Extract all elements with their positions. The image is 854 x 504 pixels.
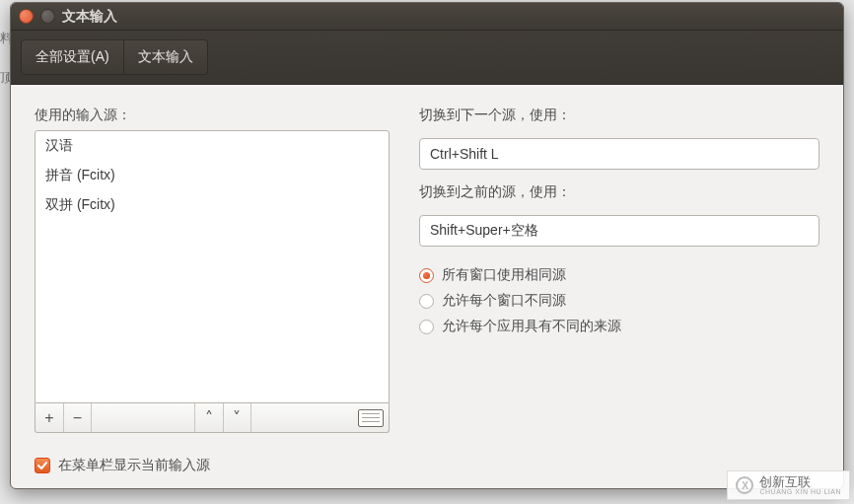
list-item[interactable]: 双拼 (Fcitx) — [36, 190, 389, 220]
window-scope-radios: 所有窗口使用相同源 允许每个窗口不同源 允许每个应用具有不同的来源 — [419, 266, 819, 335]
watermark-brand: 创新互联 — [759, 475, 841, 488]
radio-per-app[interactable]: 允许每个应用具有不同的来源 — [419, 318, 819, 335]
window-title: 文本输入 — [62, 8, 117, 26]
radio-per-window[interactable]: 允许每个窗口不同源 — [419, 292, 819, 310]
radio-icon — [419, 294, 434, 309]
header-toolbar: 全部设置(A) 文本输入 — [11, 31, 843, 85]
right-column: 切换到下一个源，使用： Ctrl+Shift L 切换到之前的源，使用： Shi… — [419, 107, 819, 433]
settings-window: 文本输入 全部设置(A) 文本输入 使用的输入源： 汉语 拼音 (Fcitx) … — [10, 2, 844, 489]
checkbox-label: 在菜单栏显示当前输入源 — [58, 457, 210, 474]
list-item[interactable]: 拼音 (Fcitx) — [36, 161, 389, 190]
list-item[interactable]: 汉语 — [36, 131, 389, 161]
move-up-button[interactable]: ˄ — [195, 403, 223, 432]
text-entry-button[interactable]: 文本输入 — [124, 39, 208, 75]
add-source-button[interactable]: + — [36, 403, 63, 432]
show-in-menubar-checkbox[interactable]: 在菜单栏显示当前输入源 — [35, 457, 819, 474]
close-icon[interactable] — [19, 9, 34, 24]
next-source-shortcut[interactable]: Ctrl+Shift L — [419, 138, 819, 170]
prev-source-shortcut[interactable]: Shift+Super+空格 — [419, 215, 819, 247]
keyboard-icon — [358, 409, 384, 427]
content-area: 使用的输入源： 汉语 拼音 (Fcitx) 双拼 (Fcitx) + − ˄ ˅ — [11, 85, 843, 488]
minimize-icon[interactable] — [40, 9, 55, 24]
chevron-up-icon: ˄ — [205, 408, 213, 427]
prev-source-label: 切换到之前的源，使用： — [419, 183, 819, 201]
watermark: X 创新互联 CHUANG XIN HU LIAN — [727, 470, 850, 500]
watermark-logo-icon: X — [736, 476, 753, 494]
checkbox-checked-icon — [35, 458, 50, 473]
plus-icon: + — [44, 409, 53, 427]
radio-icon — [419, 268, 434, 283]
left-column: 使用的输入源： 汉语 拼音 (Fcitx) 双拼 (Fcitx) + − ˄ ˅ — [35, 107, 390, 433]
remove-source-button[interactable]: − — [63, 403, 91, 432]
titlebar[interactable]: 文本输入 — [11, 3, 843, 31]
minus-icon: − — [73, 409, 82, 427]
keyboard-layout-button[interactable] — [353, 403, 389, 432]
watermark-sub: CHUANG XIN HU LIAN — [759, 488, 841, 495]
chevron-down-icon: ˅ — [233, 408, 241, 427]
input-sources-label: 使用的输入源： — [35, 107, 390, 124]
radio-icon — [419, 320, 434, 334]
radio-label: 允许每个应用具有不同的来源 — [442, 318, 621, 335]
input-sources-list[interactable]: 汉语 拼音 (Fcitx) 双拼 (Fcitx) — [35, 130, 390, 403]
next-source-label: 切换到下一个源，使用： — [419, 107, 819, 124]
all-settings-button[interactable]: 全部设置(A) — [21, 39, 124, 75]
list-toolbar: + − ˄ ˅ — [35, 403, 390, 433]
radio-label: 允许每个窗口不同源 — [442, 292, 566, 310]
radio-label: 所有窗口使用相同源 — [442, 266, 566, 284]
radio-same-source[interactable]: 所有窗口使用相同源 — [419, 266, 819, 284]
move-down-button[interactable]: ˅ — [223, 403, 250, 432]
